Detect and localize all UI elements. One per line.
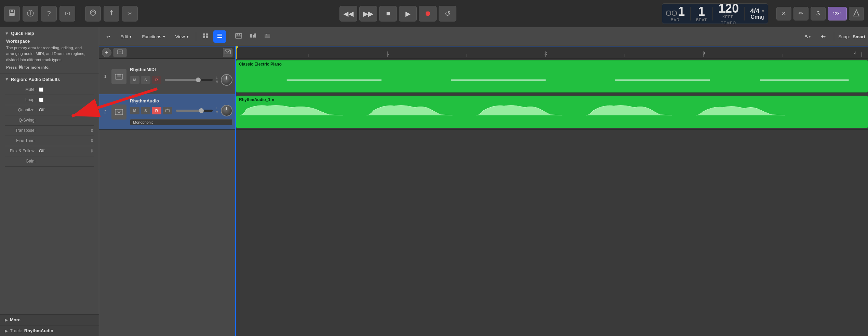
fast-forward-button[interactable]: ▶▶: [359, 6, 377, 22]
tempo-display[interactable]: 120 KEEP TEMPO: [718, 2, 739, 25]
rewind-button[interactable]: ◀◀: [339, 6, 357, 22]
flex-stepper[interactable]: ⇕: [90, 148, 94, 154]
record-btn-1[interactable]: R: [152, 76, 161, 84]
add-icon: +: [105, 50, 108, 56]
x-icon: ✕: [782, 10, 786, 17]
svg-rect-33: [116, 74, 117, 77]
flex-btn-2[interactable]: [163, 107, 172, 114]
record-button[interactable]: ⏺: [419, 6, 437, 22]
track-region-audio[interactable]: RhythmAudio_1 ∞: [236, 96, 868, 128]
cursor-arrow: ▾: [809, 35, 811, 39]
svg-point-3: [90, 10, 96, 15]
tuner-button[interactable]: [104, 6, 119, 22]
metronome-button[interactable]: [849, 7, 864, 20]
svg-rect-12: [206, 36, 208, 38]
more-section[interactable]: ▶ More: [0, 314, 99, 325]
svg-rect-11: [203, 36, 205, 38]
grid-view-button[interactable]: [199, 30, 212, 43]
score-button[interactable]: [261, 30, 274, 43]
list-view-button[interactable]: [213, 30, 226, 43]
quantize-stepper[interactable]: ⇕: [90, 107, 94, 113]
pan-knob-1[interactable]: [221, 74, 232, 86]
stb-sep-1: [196, 32, 196, 41]
envelope-button[interactable]: [223, 48, 232, 57]
view-arrow: ▾: [187, 34, 189, 39]
region-row-transpose: Transpose: ⇕: [5, 126, 94, 136]
functions-button[interactable]: Functions ▾: [137, 30, 169, 43]
mail-icon: ✉: [65, 10, 70, 17]
track-fader-1[interactable]: [165, 79, 213, 81]
edit-button[interactable]: Edit ▾: [116, 30, 136, 43]
region-row-finetune: Fine Tune: ⇕: [5, 136, 94, 146]
info-button[interactable]: ⓘ: [23, 6, 38, 22]
transpose-label: Transpose:: [5, 128, 39, 133]
svg-rect-9: [203, 33, 205, 36]
toolbar-sep-1: [80, 7, 80, 20]
save-button[interactable]: [4, 6, 20, 22]
plus-icon: +: [821, 33, 824, 40]
track-icon-midi: [111, 69, 126, 84]
track-name: RhythmAudio: [24, 328, 53, 333]
track-region-midi[interactable]: Classic Electric Piano: [236, 60, 868, 93]
track-section[interactable]: ▶ Track: RhythmAudio: [0, 325, 99, 336]
mute-btn-2[interactable]: M: [130, 107, 139, 114]
track-fader-2[interactable]: [176, 110, 213, 112]
record-btn-2[interactable]: R: [152, 107, 161, 114]
piano-roll-button[interactable]: [232, 30, 245, 43]
grid-icon: [202, 33, 209, 40]
plus-tool-button[interactable]: + ▾: [817, 30, 830, 43]
display-divider-1: [690, 7, 691, 20]
svg-marker-7: [854, 10, 859, 16]
timeline-ruler: 1 2 3 4: [236, 46, 868, 59]
svg-rect-2: [10, 13, 14, 15]
mute-checkbox[interactable]: [39, 87, 43, 92]
stop-button[interactable]: ■: [379, 6, 397, 22]
ruler-ticks: [236, 46, 868, 57]
quick-help-header[interactable]: ▼ Quick Help: [5, 31, 94, 36]
main-area: ▼ Quick Help Workspace The primary area …: [0, 27, 868, 336]
pencil-icon: ✏: [799, 10, 803, 17]
pencil-button[interactable]: ✏: [793, 7, 809, 20]
track-info-1: RhythmMIDI M S R L: [130, 67, 232, 86]
s-icon: S: [816, 11, 820, 17]
solo-btn-1[interactable]: S: [141, 76, 150, 84]
waveform-svg: [236, 103, 868, 128]
x-button[interactable]: ✕: [776, 7, 791, 20]
mute-btn-1[interactable]: M: [130, 76, 139, 84]
finetune-stepper[interactable]: ⇕: [90, 138, 94, 143]
key-display[interactable]: 4/4 ▾ Cmaj: [750, 8, 764, 20]
solo-btn-2[interactable]: S: [141, 107, 150, 114]
view-button[interactable]: View ▾: [171, 30, 193, 43]
mute-label: Mute:: [5, 87, 39, 92]
transpose-stepper[interactable]: ⇕: [90, 128, 94, 133]
play-button[interactable]: ▶: [399, 6, 417, 22]
mode-label-2: Monophonic: [130, 119, 232, 125]
back-icon: ↩: [106, 34, 110, 39]
s-button[interactable]: S: [811, 7, 826, 20]
scissors-button[interactable]: ✂: [122, 6, 138, 22]
quantize-label: Quantize:: [5, 108, 39, 112]
cycle-button[interactable]: [85, 6, 101, 22]
pan-knob-2[interactable]: [221, 105, 232, 116]
mail-button[interactable]: ✉: [59, 6, 75, 22]
cursor-button[interactable]: ↖ ▾: [801, 30, 814, 43]
cycle-transport-button[interactable]: ↺: [439, 6, 456, 22]
functions-arrow: ▾: [163, 34, 165, 39]
display-divider-2: [712, 7, 713, 20]
stop-icon: ■: [386, 10, 390, 17]
midi-draw-button[interactable]: [246, 30, 259, 43]
add-track-type-button[interactable]: [113, 48, 126, 57]
right-toolbar: ✕ ✏ S 1234: [776, 7, 864, 20]
track-name-1: RhythmMIDI: [130, 67, 232, 72]
lr-label-1: L R: [216, 76, 218, 84]
region-header[interactable]: ▼ Region: Audio Defaults: [5, 77, 94, 82]
add-track-button[interactable]: +: [102, 48, 111, 57]
qswing-label: Q-Swing:: [5, 118, 39, 123]
svg-rect-20: [239, 33, 240, 36]
flex-value: Off: [39, 149, 44, 153]
svg-rect-36: [121, 74, 122, 77]
num-button[interactable]: 1234: [828, 7, 847, 20]
back-button[interactable]: ↩: [102, 30, 115, 43]
help-button[interactable]: ?: [41, 6, 57, 22]
loop-checkbox[interactable]: [39, 98, 43, 102]
